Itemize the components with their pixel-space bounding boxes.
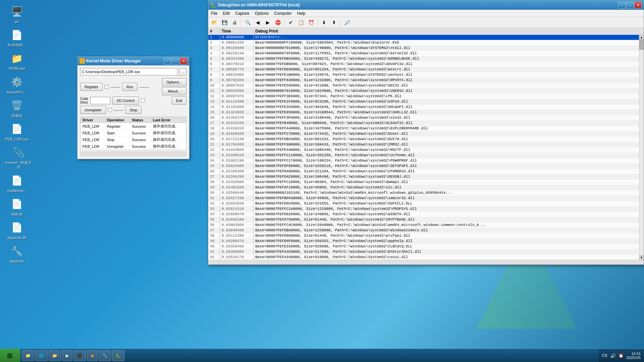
dv-row[interactable]: 21 0.01784960 Base=00007FEFF600000, Size… [208,142,639,147]
dv-row[interactable]: 27 0.02206290 Base=00007FEFDAC0000, Size… [208,174,639,180]
kdm-path-input[interactable] [80,68,178,75]
toolbar-save[interactable]: 💾 [220,18,229,27]
dv-row[interactable]: 26 0.02105360 Base=00007FEFDA80000, Size… [208,169,639,174]
kdm-table-scroll[interactable]: Driver Operation Status Last Error PEB_L… [80,117,186,150]
dv-scrollbar-horizontal[interactable] [208,260,644,264]
menu-file[interactable]: File [208,10,220,16]
menu-edit[interactable]: Edit [220,10,232,16]
dv-row[interactable]: 41 0.03399960 Base=00007FEFA3C0000, Size… [208,249,639,255]
dv-row[interactable]: 4 0.00228140 Base=0000000076F0000, Size=… [208,51,639,56]
kdm-options-button[interactable]: Options... [162,78,186,86]
dv-row[interactable]: 18 0.01618910 Base=00007FEFFA40000, Size… [208,126,639,131]
desktop-icon-krnlhw6[interactable]: 📄 KrnlHW6... [3,27,30,49]
debugview-titlebar[interactable]: 🐛 DebugView on \\WIN-6RSF6GTRTH4 (local)… [208,0,644,10]
dv-row[interactable]: 3 0.00103040 Base=000000007910000, Size=… [208,46,639,51]
kdm-table-row[interactable]: PEB_LDR Start Success 操作成功完成。 [81,130,186,136]
dv-row[interactable]: 13 0.01116300 Base=00007FEFE1F0000, Size… [208,99,639,105]
dv-scrollbar-vertical[interactable]: ▲ ▼ [639,35,644,260]
kdm-titlebar[interactable]: 🔧 Kernel-Mode Driver Manager ─ □ ✕ [77,57,189,65]
dv-row[interactable]: 14 0.01192000 Base=00007FEFE3C0000, Size… [208,105,639,110]
desktop-icon-depends[interactable]: 🔧 depends [3,243,30,265]
toolbar-search[interactable]: 🔍 [243,18,252,27]
dv-row[interactable]: 40 0.03329460 Base=00007FEFE320000, Size… [208,244,639,249]
taskbar-app-explorer[interactable]: 📁 [22,350,34,361]
maximize-button[interactable]: □ [626,2,634,8]
kdm-unregister-checkbox[interactable] [108,108,112,112]
kdm-minimize[interactable]: ─ [164,58,171,64]
tray-clock[interactable]: 14:41 2020/2/5 [626,352,641,360]
kdm-stop-button[interactable]: Stop [125,106,142,114]
dv-row[interactable]: 36 0.03003960 Base=00007FEFFC4C0000, Siz… [208,223,639,228]
kdm-browse-button[interactable]: ... [179,68,186,75]
desktop-icon-scmload[interactable]: 📁 SCMLoad [3,50,30,72]
dv-row[interactable]: 6 0.00479610 Base=00007FEFDB0000, Size=8… [208,62,639,67]
taskbar-app-media[interactable]: ▶ [62,350,72,361]
toolbar-down-arrow[interactable]: ⬇ [319,18,329,27]
dv-row[interactable]: 12 0.00997070 Base=00007FEFF3E0000, Size… [208,94,639,99]
kdm-unregister-button[interactable]: Unregister [80,106,106,114]
dv-row[interactable]: 9 0.00705350 Base=00007FEFF630000, Size=… [208,78,639,83]
kdm-register-button[interactable]: Register [80,83,103,91]
kdm-about-button[interactable]: About... [162,87,186,95]
dv-row[interactable]: 8 0.00633060 Base=00007FEFE1B0000, Size=… [208,72,639,78]
kdm-iocontrol-checkbox[interactable] [141,99,145,103]
dv-row[interactable]: 15 0.01324820 Base=00007FEFE650000, Size… [208,110,639,115]
taskbar-app-ie[interactable]: 🌐 [35,350,48,361]
dv-row[interactable]: 33 0.02814310 Base=00007FEFFC1A0000, Siz… [208,206,639,212]
dv-row[interactable]: 5 0.00334480 Base=00007FEFDBC0000, Size=… [208,56,639,62]
taskbar-app-cmd[interactable]: ⬛ [73,350,86,361]
menu-options[interactable]: Options [252,10,271,16]
kdm-run-button[interactable]: Run [122,83,138,91]
dv-row[interactable]: 38 0.03112380 Base=00007FEFD860000, Size… [208,233,639,239]
dv-row[interactable]: 28 0.02310900 Base=00007FEFFC10000, Size… [208,180,639,185]
dv-row[interactable]: 2 0.00061330 Base=00000000FF180000, Size… [208,40,639,46]
dv-row[interactable]: 16 0.01393370 Base=00007FEFF3F0000, Size… [208,115,639,121]
desktop-icon-everest[interactable]: 📎 everest - 快速方式 [3,144,34,171]
dv-row[interactable]: 23 0.01946610 Base=00007FEFFC110000, Siz… [208,153,639,158]
kdm-maximize[interactable]: □ [172,58,179,64]
kdm-register-checkbox[interactable] [105,85,109,89]
menu-computer[interactable]: Computer [271,10,294,16]
menu-capture[interactable]: Capture [232,10,252,16]
toolbar-print[interactable]: 🖨 [230,18,239,27]
dv-rows[interactable]: 1 0.00000000 DriverEntry... 2 0.00061330… [208,35,639,260]
scroll-thumb[interactable] [639,40,644,50]
dv-row[interactable]: 39 0.03200470 Base=00007FEFD6F0000, Size… [208,239,639,244]
dv-row[interactable]: 17 0.01543250 Base=00007FEFB40000, Size=… [208,121,639,126]
minimize-button[interactable]: ─ [618,2,626,8]
dv-row[interactable]: 1 0.00000000 DriverEntry... [208,35,639,40]
kdm-table-row[interactable]: PEB_LDR Stop Success 操作成功完成。 [81,136,186,143]
start-button[interactable]: ⊞ [0,349,20,362]
dv-row[interactable]: 30 0.02590440 Base=000000002183168, Path… [208,190,639,196]
desktop-icon-depends-dll[interactable]: 📄 depends.dll [3,220,30,241]
kdm-table-row[interactable]: PEB_LDR Register Success 操作成功完成。 [81,123,186,130]
dv-row[interactable]: 35 0.02940100 Base=00007FEFD750000, Size… [208,217,639,223]
desktop-icon-recycle[interactable]: 🗑️ 回收站 [3,98,30,119]
dv-row[interactable]: 7 0.00595770 Base=00007FEFDE90000, Size=… [208,67,639,72]
scroll-up-arrow[interactable]: ▲ [639,35,644,40]
kdm-close[interactable]: ✕ [180,58,187,64]
toolbar-up-arrow[interactable]: ⬆ [329,18,339,27]
dv-row[interactable]: 42 0.03526170 Base=00007FEFA340000, Size… [208,255,639,260]
toolbar-time[interactable]: ⏰ [306,18,316,27]
dv-row[interactable]: 19 0.01668930 Base=00007FEFFC70000, Size… [208,131,639,137]
dv-row[interactable]: 25 0.02024660 Base=00007FEFDFD0000, Size… [208,164,639,169]
dv-row[interactable]: 31 0.02627290 Base=00007FEFBD430000, Siz… [208,196,639,201]
taskbar-app-folder[interactable]: 📂 [49,350,61,361]
kdm-iocontrol-button[interactable]: I/O Control [112,97,139,105]
dv-row[interactable]: 34 0.02899970 Base=00007FEFD820000, Size… [208,212,639,217]
taskbar-app-eclipse[interactable]: ◉ [87,350,98,361]
taskbar-app-bug[interactable]: 🐛 [112,350,124,361]
toolbar-stop[interactable]: ⛔ [273,18,282,27]
dv-row[interactable]: 37 0.03040460 Base=00007FEFDBA0000, Size… [208,228,639,233]
scroll-track[interactable] [639,40,644,255]
toolbar-open[interactable]: 📂 [210,18,219,27]
desktop-icon-peb-ldr[interactable]: 📄 PEB_LDR.sys [3,121,30,143]
desktop-icon-kernelpro[interactable]: ⚙️ KernelPro... [3,74,30,96]
toolbar-fwd[interactable]: ▶ [263,18,272,27]
tray-speaker-icon[interactable]: 🔊 [610,353,616,358]
menu-help[interactable]: Help [294,10,308,16]
toolbar-check[interactable]: ✔ [286,18,296,27]
desktop-icon-ntdll[interactable]: 📄 ntdll.dll [3,196,30,218]
close-button[interactable]: ✕ [634,2,642,8]
